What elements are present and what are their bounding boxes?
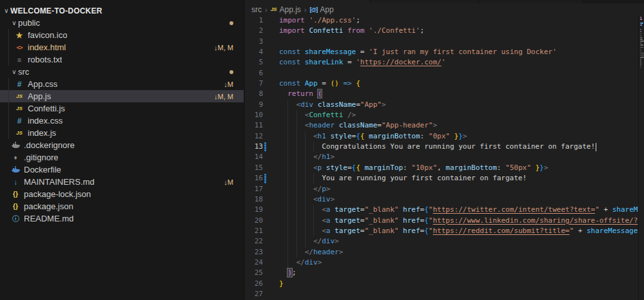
- file-item-favicon.ico[interactable]: ★favicon.ico: [0, 29, 244, 41]
- folder-item-public[interactable]: ∨public: [0, 17, 244, 29]
- line-number: 23: [246, 247, 263, 258]
- code-line-27[interactable]: 27: [246, 289, 644, 299]
- line-number: 9: [246, 100, 263, 110]
- minimap[interactable]: [638, 15, 644, 300]
- code-text: <a target="_blank" href={"https://reddit…: [279, 226, 638, 236]
- code-text: import './App.css';: [279, 15, 360, 26]
- file-item-App.js[interactable]: JSApp.js↓M, M: [0, 90, 244, 102]
- code-line-8[interactable]: 8 return (: [246, 89, 644, 99]
- code-line-9[interactable]: 9 <div className="App">: [246, 100, 644, 110]
- code-line-26[interactable]: 26}: [246, 279, 644, 289]
- minimap-line: [640, 41, 644, 42]
- code-line-19[interactable]: 19 <a target="_blank" href={"https://twi…: [246, 205, 644, 215]
- breadcrumb-item-App.js[interactable]: JSApp.js: [271, 5, 301, 14]
- tree-indent-guide: [8, 127, 9, 139]
- breadcrumb-item-App[interactable]: [@]App: [310, 5, 334, 14]
- file-item-package-lock.json[interactable]: {}package-lock.json: [0, 188, 244, 200]
- js-icon: JS: [14, 93, 24, 99]
- line-number: 5: [246, 57, 263, 68]
- file-item-index.js[interactable]: JSindex.js: [0, 127, 244, 139]
- code-line-16[interactable]: 16 You are running your first container …: [246, 173, 644, 183]
- chevron-down-icon: ∨: [10, 19, 18, 26]
- line-number: 15: [246, 163, 263, 173]
- minimap-line: [640, 62, 641, 64]
- code-text: </div>: [279, 236, 339, 247]
- folder-item-WELCOME-TO-DOCKER[interactable]: ∨WELCOME-TO-DOCKER: [0, 5, 244, 17]
- line-number: 25: [246, 268, 263, 278]
- file-item-robots.txt[interactable]: ≡robots.txt: [0, 53, 244, 66]
- item-label: .dockerignore: [24, 140, 75, 150]
- code-line-3[interactable]: 3: [246, 37, 644, 47]
- code-line-14[interactable]: 14 </h1>: [246, 152, 644, 162]
- code-line-21[interactable]: 21 <a target="_blank" href={"https://red…: [246, 226, 644, 236]
- item-label: App.js: [28, 91, 51, 101]
- line-number: 18: [246, 194, 263, 205]
- file-item-App.css[interactable]: #App.css↓M: [0, 78, 244, 90]
- code-line-13[interactable]: 13 Congratulations You are running your …: [246, 142, 644, 152]
- breadcrumb-separator: ›: [265, 6, 268, 14]
- star-icon: ★: [14, 31, 24, 40]
- folder-item-src[interactable]: ∨src: [0, 66, 244, 78]
- line-number: 13: [246, 142, 263, 152]
- breadcrumb-item-src[interactable]: src: [251, 5, 262, 14]
- code-line-17[interactable]: 17 </p>: [246, 184, 644, 194]
- file-item-Confetti.js[interactable]: JSConfetti.js: [0, 102, 244, 115]
- file-item-.dockerignore[interactable]: .dockerignore: [0, 139, 244, 151]
- chevron-down-icon: ∨: [3, 7, 10, 14]
- item-label: index.html: [28, 42, 66, 52]
- code-line-2[interactable]: 2import Confetti from './Confetti';: [246, 26, 644, 36]
- line-number: 26: [246, 279, 263, 289]
- code-text: </p>: [279, 184, 330, 194]
- code-text: import Confetti from './Confetti';: [279, 26, 424, 36]
- file-item-MAINTAINERS.md[interactable]: ↓MAINTAINERS.md↓M: [0, 176, 244, 188]
- code-line-6[interactable]: 6: [246, 68, 644, 79]
- code-text: <p style={{ marginTop: "10px", marginBot…: [279, 163, 548, 173]
- code-line-1[interactable]: 1import './App.css';: [246, 15, 644, 26]
- item-label: src: [18, 67, 29, 77]
- code-text: const shareMessage = 'I just ran my firs…: [279, 47, 557, 57]
- code-line-7[interactable]: 7const App = () => {: [246, 79, 644, 89]
- code-area[interactable]: 1import './App.css';2import Confetti fro…: [246, 15, 644, 300]
- code-line-12[interactable]: 12 <h1 style={{ marginBottom: "0px" }}>: [246, 131, 644, 142]
- js-icon: JS: [271, 6, 277, 12]
- code-text: </header>: [279, 247, 343, 258]
- code-text: }: [279, 279, 284, 289]
- code-line-10[interactable]: 10 <Confetti />: [246, 110, 644, 120]
- item-label: .gitignore: [24, 153, 58, 162]
- code-line-24[interactable]: 24 </div>: [246, 258, 644, 268]
- file-item-README.md[interactable]: iREADME.md: [0, 212, 244, 225]
- minimap-line: [640, 31, 641, 32]
- code-line-23[interactable]: 23 </header>: [246, 247, 644, 258]
- code-text: const App = () => {: [279, 79, 360, 89]
- git-status-badge: ↓M, M: [214, 44, 233, 52]
- line-number: 11: [246, 120, 263, 131]
- code-line-15[interactable]: 15 <p style={{ marginTop: "10px", margin…: [246, 163, 644, 173]
- text-cursor: [596, 143, 597, 151]
- minimap-line: [640, 39, 643, 40]
- code-line-25[interactable]: 25 );: [246, 268, 644, 278]
- code-line-5[interactable]: 5const shareLink = 'https://docker.com/': [246, 57, 644, 68]
- minimap-line: [640, 24, 642, 26]
- line-number: 3: [246, 37, 263, 47]
- item-label: favicon.ico: [28, 30, 67, 40]
- tree-indent-guide: [8, 78, 9, 90]
- code-line-22[interactable]: 22 </div>: [246, 236, 644, 247]
- file-item-Dockerfile[interactable]: Dockerfile: [0, 164, 244, 176]
- line-number: 21: [246, 226, 263, 236]
- file-item-package.json[interactable]: {}package.json: [0, 200, 244, 212]
- git-icon: ♦: [10, 154, 21, 161]
- file-item-.gitignore[interactable]: ♦.gitignore: [0, 151, 244, 164]
- minimap-line: [640, 42, 641, 44]
- minimap-line: [640, 44, 643, 46]
- code-line-18[interactable]: 18 <div>: [246, 194, 644, 205]
- file-item-index.css[interactable]: #index.css: [0, 115, 244, 127]
- docker-whale-icon: [10, 142, 21, 149]
- symbol-icon: [@]: [310, 6, 318, 13]
- code-line-4[interactable]: 4const shareMessage = 'I just ran my fir…: [246, 47, 644, 57]
- code-text: </div>: [279, 258, 322, 268]
- line-number: 19: [246, 205, 263, 215]
- code-line-20[interactable]: 20 <a target="_blank" href={"https://www…: [246, 216, 644, 226]
- file-item-index.html[interactable]: <>index.html↓M, M: [0, 41, 244, 53]
- chevron-down-icon: ∨: [10, 68, 18, 75]
- code-line-11[interactable]: 11 <header className="App-header">: [246, 120, 644, 131]
